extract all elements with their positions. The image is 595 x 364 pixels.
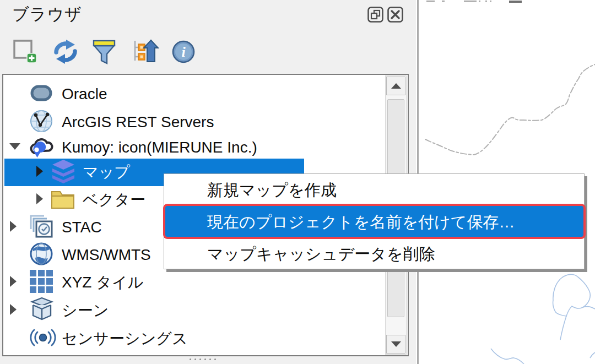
browser-toolbar: i	[12, 39, 197, 65]
scroll-down-button[interactable]	[386, 335, 405, 354]
sensorthings-icon	[29, 325, 57, 352]
xyz-tiles-icon	[29, 269, 54, 296]
wms-globe-icon	[29, 241, 54, 269]
expander-collapsed-icon[interactable]	[35, 165, 44, 180]
svg-text:i: i	[181, 44, 186, 60]
tree-item-label: Oracle	[62, 85, 107, 103]
tree-item-kumoy-icon-mierune-inc-[interactable]: Kumoy: icon(MIERUNE Inc.)	[3, 137, 408, 159]
close-panel-button[interactable]	[387, 7, 403, 23]
tree-item-label: ベクター	[83, 189, 145, 210]
tree-item--[interactable]: センサーシングス	[3, 325, 408, 352]
tree-item-oracle[interactable]: Oracle	[3, 80, 408, 108]
layers-icon	[50, 159, 77, 186]
arrow-up-icon	[391, 83, 401, 89]
float-panel-button[interactable]	[367, 7, 383, 23]
refresh-button[interactable]	[52, 39, 78, 65]
add-layer-icon	[12, 39, 39, 65]
panel-splitter-handle[interactable]	[190, 358, 216, 360]
menu-item-1[interactable]: 新規マップを作成	[164, 174, 584, 206]
close-panel-icon	[387, 7, 403, 23]
tree-item-xyz-[interactable]: XYZ タイル	[3, 269, 408, 296]
tree-item--[interactable]: シーン	[3, 297, 408, 324]
expander-collapsed-icon[interactable]	[9, 303, 18, 318]
info-button[interactable]: i	[171, 39, 197, 65]
folder-icon	[50, 186, 76, 214]
menu-item-2[interactable]: 現在のプロジェクトを名前を付けて保存…	[164, 206, 584, 238]
scene-cube-icon	[29, 297, 55, 324]
tree-item-arcgis-rest-servers[interactable]: ArcGIS REST Servers	[3, 108, 408, 136]
tree-item-label: Kumoy: icon(MIERUNE Inc.)	[62, 139, 257, 156]
tree-item-label: ArcGIS REST Servers	[62, 113, 214, 131]
collapse-tree-button[interactable]	[131, 39, 158, 65]
expander-collapsed-icon[interactable]	[9, 275, 18, 290]
add-layer-button[interactable]	[12, 39, 39, 65]
info-icon: i	[171, 39, 197, 65]
tree-item-label: XYZ タイル	[62, 272, 143, 293]
arcgis-icon	[29, 108, 54, 136]
scroll-up-button[interactable]	[386, 77, 405, 95]
qgis-window: ブラウザ	[0, 0, 595, 364]
menu-item-3[interactable]: マップキャッシュデータを削除	[164, 238, 584, 270]
map-context-menu: 新規マップを作成現在のプロジェクトを名前を付けて保存…マップキャッシュデータを削…	[164, 173, 585, 269]
tree-item-label: WMS/WMTS	[62, 246, 151, 264]
filter-icon	[91, 39, 118, 65]
expander-expanded-icon[interactable]	[9, 142, 21, 153]
float-panel-icon	[367, 7, 383, 23]
tree-item-label: STAC	[62, 219, 102, 236]
cloud-pin-icon	[29, 134, 54, 161]
oracle-icon	[29, 80, 54, 108]
filter-button[interactable]	[91, 39, 118, 65]
refresh-icon	[52, 39, 78, 65]
expander-collapsed-icon[interactable]	[35, 193, 44, 207]
tree-item-label: センサーシングス	[62, 328, 188, 349]
collapse-tree-icon	[131, 39, 158, 65]
arrow-down-icon	[391, 341, 401, 347]
panel-title: ブラウザ	[12, 3, 82, 26]
stac-icon	[29, 214, 54, 241]
tree-item-label: マップ	[83, 162, 130, 183]
tree-item-label: シーン	[62, 300, 109, 321]
expander-collapsed-icon[interactable]	[9, 220, 18, 235]
